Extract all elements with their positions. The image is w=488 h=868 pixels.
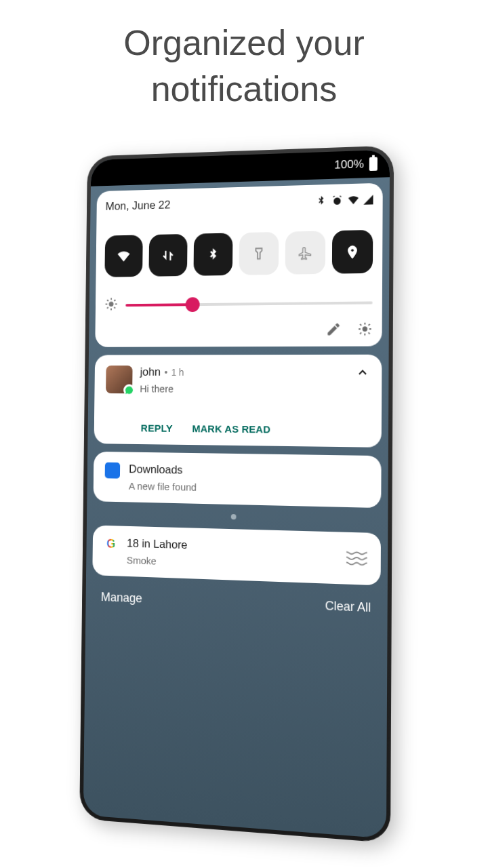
bluetooth-status-icon [315,195,327,208]
quick-settings-panel: Mon, June 22 [95,183,383,347]
phone-mock: 100% Mon, June 22 [75,149,413,868]
download-icon [108,466,117,475]
weather-subtitle: Smoke [127,554,188,568]
wifi-status-icon [347,194,359,207]
settings-button[interactable] [357,321,372,340]
brightness-slider[interactable] [125,301,372,307]
avatar [106,366,132,393]
battery-icon [369,157,378,171]
flashlight-toggle[interactable] [239,232,279,275]
message-notification-card[interactable]: john • 1 h Hi there REPLY MARK AS READ [94,355,382,448]
flashlight-icon [251,246,266,261]
location-toggle[interactable] [332,230,373,274]
weather-notification-card[interactable]: G 18 in Lahore Smoke [92,525,381,585]
notif-separator: • [164,367,167,378]
gear-icon [357,321,372,336]
qs-header: Mon, June 22 [105,193,373,213]
brightness-fill [125,303,192,307]
smoke-icon [345,547,369,571]
qs-toggles-row [104,230,373,277]
page-indicator-dot [231,514,237,519]
brightness-thumb[interactable] [186,297,200,312]
bluetooth-toggle[interactable] [193,233,232,275]
manage-button[interactable]: Manage [101,590,142,606]
notif-time: 1 h [171,367,184,378]
collapse-button[interactable] [356,366,369,382]
weather-title: 18 in Lahore [127,537,188,553]
location-icon [345,244,360,260]
svg-point-0 [333,197,341,205]
qs-date: Mon, June 22 [105,199,170,214]
qs-footer [104,321,372,340]
clear-all-button[interactable]: Clear All [325,599,371,615]
downloads-notification-card[interactable]: Downloads A new file found [94,452,382,508]
chevron-up-icon [356,366,369,379]
battery-percent-label: 100% [334,157,364,172]
brightness-row [104,294,373,314]
airplane-toggle[interactable] [285,231,326,274]
data-icon [161,248,175,262]
pencil-icon [326,321,341,336]
shade-footer: Manage Clear All [85,579,387,627]
phone-screen: 100% Mon, June 22 [83,150,390,839]
download-title: Downloads [129,462,197,477]
download-app-icon [105,462,121,479]
alarm-status-icon [331,194,343,207]
svg-point-2 [109,302,114,307]
google-app-icon: G [104,536,118,551]
wifi-icon [117,249,131,264]
status-bar: 100% [91,150,390,186]
svg-point-1 [351,248,354,252]
phone-frame: 100% Mon, June 22 [79,145,394,843]
mark-read-button[interactable]: MARK AS READ [192,422,270,435]
download-subtitle: A new file found [129,480,197,493]
airplane-icon [298,245,312,260]
qs-status-icons [315,193,373,207]
brightness-icon [104,297,119,315]
data-toggle[interactable] [148,234,187,277]
wifi-toggle[interactable] [104,235,142,277]
edit-button[interactable] [326,321,341,339]
notif-sender: john [140,366,161,379]
whatsapp-badge-icon [123,384,135,396]
signal-status-icon [363,195,373,205]
svg-point-3 [363,327,367,331]
bluetooth-icon [206,247,220,262]
notif-body: Hi there [140,383,369,395]
reply-button[interactable]: REPLY [141,422,173,434]
headline: Organized your notifications [0,0,488,119]
notif-actions: REPLY MARK AS READ [105,422,369,436]
